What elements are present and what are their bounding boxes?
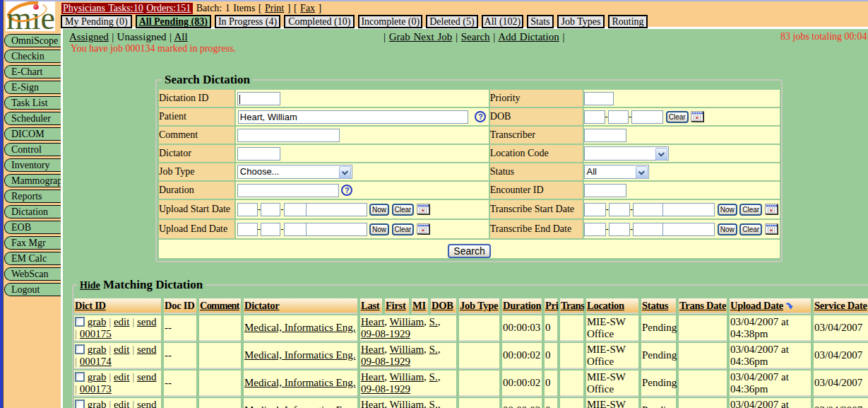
svg-text:mıe: mıe — [6, 1, 55, 31]
